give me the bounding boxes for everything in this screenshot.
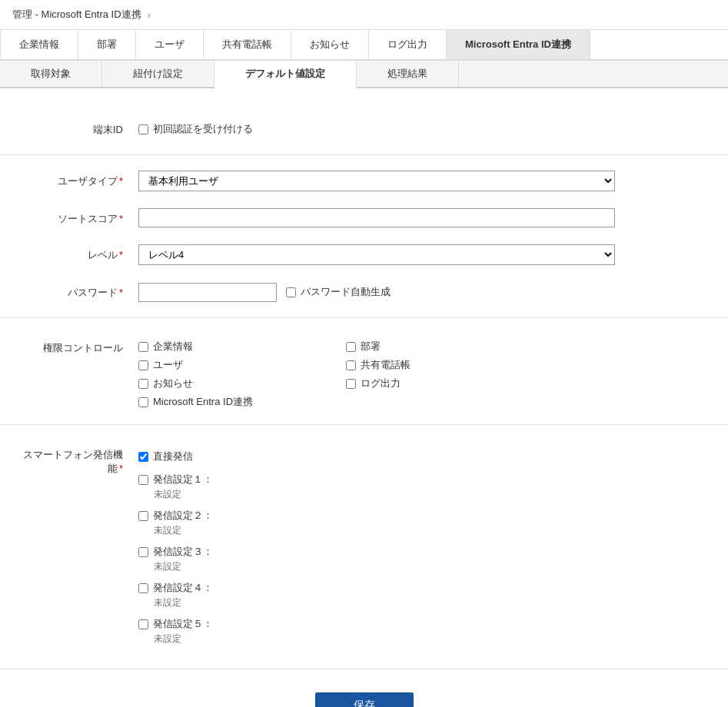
perm-company: 企業情報 [138,340,315,354]
terminal-id-checkbox-label[interactable]: 初回認証を受け付ける [153,122,253,136]
auto-password-checkbox[interactable] [286,287,296,297]
password-required: * [119,287,123,298]
breadcrumb-text: 管理 - Microsoft Entra ID連携 [12,8,141,22]
perm-log-checkbox[interactable] [346,379,356,389]
sub-tab-bind[interactable]: 紐付け設定 [102,61,214,87]
call2-label[interactable]: 発信設定２： [153,509,213,523]
basic-settings-section: ユーザタイプ* 基本利用ユーザ 管理者ユーザ ソートスコア* 1000 [0,155,728,318]
call-setting-1: 発信設定１： 未設定 [138,473,713,501]
call4-checkbox[interactable] [138,583,148,593]
perm-entra-label[interactable]: Microsoft Entra ID連携 [153,395,253,409]
level-required: * [119,249,123,261]
top-nav-entra[interactable]: Microsoft Entra ID連携 [447,30,590,59]
smartphone-required: * [119,463,123,474]
sort-score-required: * [119,213,123,224]
perm-notice-checkbox[interactable] [138,379,148,389]
perm-company-checkbox[interactable] [138,342,148,352]
user-type-control: 基本利用ユーザ 管理者ユーザ [138,171,713,191]
permissions-label: 権限コントロール [15,340,138,355]
smartphone-label: スマートフォン発信機能* [15,446,138,476]
direct-call-label[interactable]: 直接発信 [153,450,193,463]
top-nav-log[interactable]: ログ出力 [369,30,447,59]
sort-score-control: 1000 [138,208,713,227]
password-label: パスワード* [15,282,138,300]
top-nav-company[interactable]: 企業情報 [0,30,78,59]
call1-checkbox[interactable] [138,475,148,485]
password-control: パスワード自動生成 [138,282,713,302]
top-nav-phonebook[interactable]: 共有電話帳 [204,30,291,59]
terminal-id-control: 初回認証を受け付ける [138,119,713,139]
direct-call-checkbox[interactable] [138,452,148,462]
save-section: 保存 [0,677,728,707]
call1-label[interactable]: 発信設定１： [153,473,213,486]
save-button[interactable]: 保存 [315,692,414,707]
call3-label[interactable]: 発信設定３： [153,545,213,559]
call4-sublabel: 未設定 [154,596,181,609]
sub-tabs: 取得対象 紐付け設定 デフォルト値設定 処理結果 [0,61,728,88]
perm-log-label[interactable]: ログ出力 [361,377,401,390]
level-label: レベル* [15,244,138,262]
call2-checkbox[interactable] [138,511,148,521]
user-type-select[interactable]: 基本利用ユーザ 管理者ユーザ [138,171,615,191]
terminal-id-checkbox[interactable] [138,124,148,134]
sub-tab-default[interactable]: デフォルト値設定 [214,61,357,88]
call5-label[interactable]: 発信設定５： [153,617,213,631]
perm-phonebook: 共有電話帳 [346,358,523,372]
top-nav: 企業情報 部署 ユーザ 共有電話帳 お知らせ ログ出力 Microsoft En… [0,30,728,61]
call5-sublabel: 未設定 [154,632,181,646]
sub-tab-result[interactable]: 処理結果 [357,61,459,87]
sort-score-label: ソートスコア* [15,208,138,226]
smartphone-control: 直接発信 発信設定１： 未設定 発信設定２： [138,446,713,653]
perm-user-checkbox[interactable] [138,360,148,370]
call5-checkbox[interactable] [138,619,148,629]
perm-log: ログ出力 [346,377,523,390]
top-nav-user[interactable]: ユーザ [136,30,204,59]
perm-user: ユーザ [138,358,315,372]
call-setting-4: 発信設定４： 未設定 [138,581,713,609]
permissions-control: 企業情報 部署 ユーザ 共有電話帳 [138,340,713,409]
call4-label[interactable]: 発信設定４： [153,581,213,595]
breadcrumb-arrow: › [148,9,151,21]
perm-notice: お知らせ [138,377,315,390]
smartphone-section: スマートフォン発信機能* 直接発信 発信設定１： 未設定 [0,425,728,669]
perm-dept-checkbox[interactable] [346,342,356,352]
terminal-id-section: 端末ID 初回認証を受け付ける [0,104,728,155]
sort-score-input[interactable]: 1000 [138,208,615,227]
call-setting-3: 発信設定３： 未設定 [138,545,713,573]
perm-company-label[interactable]: 企業情報 [153,340,193,354]
perm-dept: 部署 [346,340,523,354]
top-nav-notice[interactable]: お知らせ [291,30,369,59]
call1-sublabel: 未設定 [154,488,181,501]
call-setting-5: 発信設定５： 未設定 [138,617,713,646]
perm-notice-label[interactable]: お知らせ [153,377,193,390]
perm-phonebook-checkbox[interactable] [346,360,356,370]
call-setting-2: 発信設定２： 未設定 [138,509,713,537]
perm-entra: Microsoft Entra ID連携 [138,395,315,409]
call2-sublabel: 未設定 [154,524,181,537]
perm-entra-checkbox[interactable] [138,397,148,407]
user-type-required: * [119,175,123,187]
level-control: レベル1 レベル2 レベル3 レベル4 レベル5 [138,244,713,265]
main-content: 端末ID 初回認証を受け付ける ユーザタイプ* 基本利用ユーザ [0,88,728,707]
perm-user-label[interactable]: ユーザ [153,358,183,372]
permissions-section: 権限コントロール 企業情報 部署 ユーザ [0,318,728,425]
call3-sublabel: 未設定 [154,560,181,573]
terminal-id-label: 端末ID [15,119,138,137]
auto-password-label[interactable]: パスワード自動生成 [301,285,391,299]
level-select[interactable]: レベル1 レベル2 レベル3 レベル4 レベル5 [138,244,615,265]
password-input[interactable] [138,283,277,302]
sub-tab-target[interactable]: 取得対象 [0,61,102,87]
perm-dept-label[interactable]: 部署 [361,340,381,354]
user-type-label: ユーザタイプ* [15,171,138,188]
perm-phonebook-label[interactable]: 共有電話帳 [361,358,411,372]
call3-checkbox[interactable] [138,547,148,557]
top-nav-dept[interactable]: 部署 [78,30,136,59]
